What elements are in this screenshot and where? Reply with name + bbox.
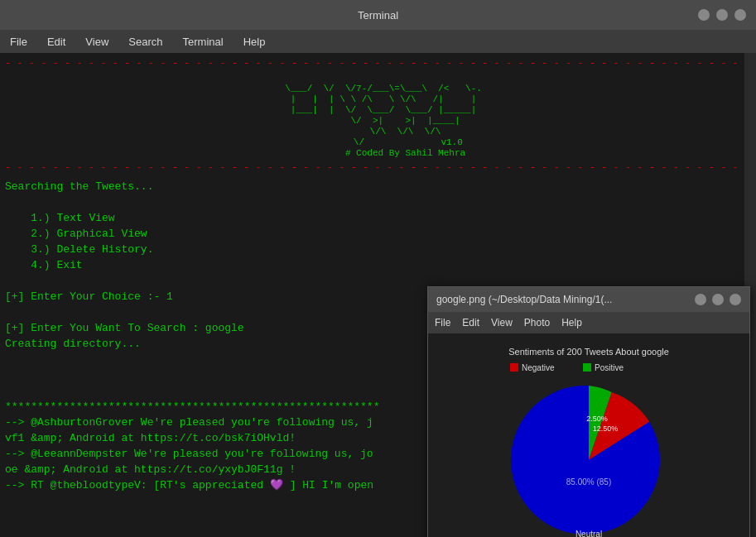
image-viewer-menubar: File Edit View Photo Help: [428, 312, 749, 333]
terminal-menu-file[interactable]: File: [7, 34, 31, 50]
image-viewer-maximize-button[interactable]: [730, 294, 741, 305]
negative-pct-label: 12.50%: [593, 424, 619, 433]
terminal-maximize-button[interactable]: [734, 9, 746, 21]
terminal-menu-view[interactable]: View: [82, 34, 112, 50]
pie-chart-svg: Sentiments of 200 Tweets About google Po…: [460, 340, 717, 538]
terminal-menu-edit[interactable]: Edit: [44, 34, 69, 50]
terminal-minimize-button[interactable]: [716, 9, 728, 21]
img-menu-photo[interactable]: Photo: [524, 317, 550, 328]
terminal-menu-search[interactable]: Search: [125, 34, 166, 50]
image-viewer-window: google.png (~/Desktop/Data Mining/1(... …: [427, 286, 750, 537]
negative-legend-label: Negative: [522, 363, 555, 372]
image-content-area: Sentiments of 200 Tweets About google Po…: [428, 333, 749, 537]
negative-legend-swatch: [510, 363, 518, 372]
image-viewer-title: google.png (~/Desktop/Data Mining/1(...: [436, 294, 612, 305]
positive-pct-label: 2.50%: [586, 415, 608, 423]
terminal-title: Terminal: [358, 9, 398, 22]
image-viewer-minimize-button[interactable]: [712, 294, 724, 305]
terminal-menu-help[interactable]: Help: [240, 34, 269, 50]
neutral-label: Neutral: [575, 530, 602, 538]
terminal-window: Terminal File Edit View Search Terminal …: [0, 0, 756, 537]
terminal-close-button[interactable]: [698, 9, 710, 21]
image-viewer-titlebar: google.png (~/Desktop/Data Mining/1(...: [428, 287, 749, 312]
image-viewer-window-controls: [695, 294, 741, 305]
red-dashes-top: - - - - - - - - - - - - - - - - - - - - …: [5, 58, 751, 70]
pie-chart: Sentiments of 200 Tweets About google Po…: [460, 340, 717, 538]
terminal-titlebar: Terminal: [0, 0, 756, 30]
ascii-art: \___/ \/ \/7-/___\=\___\ /< \-. | | | \ …: [5, 73, 751, 159]
red-dashes-bottom: - - - - - - - - - - - - - - - - - - - - …: [5, 162, 751, 174]
positive-legend-swatch: [583, 363, 591, 372]
img-menu-view[interactable]: View: [491, 317, 513, 328]
terminal-menubar: File Edit View Search Terminal Help: [0, 30, 756, 53]
img-menu-edit[interactable]: Edit: [462, 317, 479, 328]
image-viewer-close-button[interactable]: [695, 294, 706, 305]
terminal-window-controls: [698, 9, 746, 21]
img-menu-file[interactable]: File: [435, 317, 450, 328]
terminal-body: - - - - - - - - - - - - - - - - - - - - …: [0, 53, 756, 537]
terminal-menu-terminal[interactable]: Terminal: [180, 34, 227, 50]
neutral-pct-label: 85.00% (85): [566, 477, 611, 487]
chart-title: Sentiments of 200 Tweets About google: [508, 347, 669, 357]
positive-legend-label: Positive: [595, 363, 624, 372]
img-menu-help[interactable]: Help: [561, 317, 582, 328]
